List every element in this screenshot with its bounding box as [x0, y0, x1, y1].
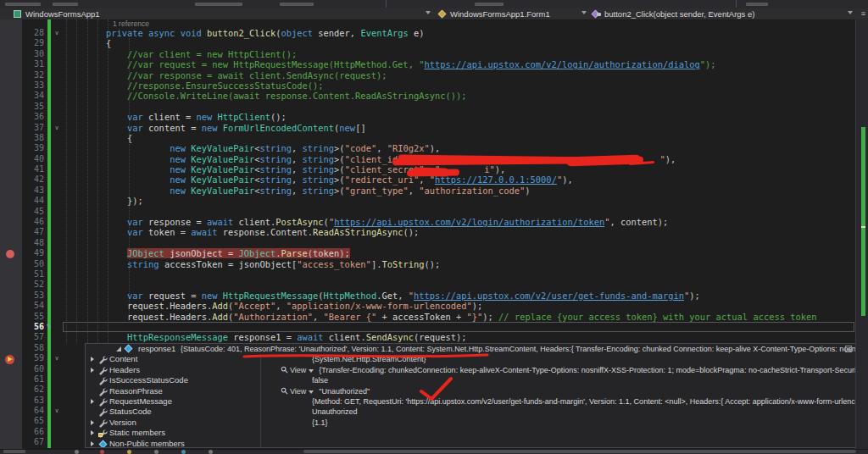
breadcrumb-member-dropdown[interactable]: button2_Click(object sender, EventArgs e… [604, 9, 754, 19]
view-button[interactable]: View [281, 365, 314, 375]
expand-icon[interactable] [91, 420, 94, 425]
datatip-row[interactable]: HeadersView{Transfer-Encoding: chunkedCo… [86, 365, 855, 375]
datatip-row[interactable]: Content{System.Net.Http.StreamContent} [86, 354, 855, 364]
fold-collapse-icon[interactable]: ∨ [53, 123, 61, 133]
code-line[interactable]: 30 //var client = new HttpClient(); [0, 49, 868, 59]
fold-collapse-icon[interactable]: ∨ [53, 353, 61, 363]
line-number[interactable]: 37 [22, 123, 44, 133]
chevron-down-icon[interactable] [848, 11, 853, 14]
code-line[interactable]: 49 JObject jsonObject = JObject.Parse(to… [0, 248, 868, 258]
line-number[interactable]: 39 [22, 143, 44, 153]
code-line[interactable]: 46 var response = await client.PostAsync… [0, 217, 868, 227]
line-number[interactable]: 46 [22, 217, 44, 227]
line-number[interactable]: 35 [22, 102, 44, 112]
line-number[interactable]: 61 [22, 374, 44, 385]
breakpoint-icon[interactable] [6, 250, 14, 258]
line-number[interactable]: 31 [22, 59, 44, 69]
expand-icon[interactable] [91, 430, 94, 435]
line-number[interactable]: 62 [22, 385, 44, 395]
code-line[interactable]: 51 [0, 269, 868, 280]
line-number[interactable]: 56 [22, 322, 44, 332]
datatip-row[interactable]: StatusCodeUnauthorized [86, 407, 855, 417]
line-number[interactable]: 42 [22, 174, 44, 185]
line-number[interactable]: 60 [22, 364, 44, 374]
line-number[interactable]: 30 [22, 49, 44, 59]
line-number[interactable]: 28 [22, 28, 44, 38]
line-number[interactable]: 45 [22, 207, 44, 217]
fold-collapse-icon[interactable]: ∨ [53, 28, 61, 38]
code-line[interactable]: 57 HttpResponseMessage response1 = await… [0, 332, 868, 342]
datatip-root-row[interactable]: response1 {StatusCode: 401, ReasonPhrase… [86, 344, 855, 354]
line-number[interactable]: 55 [22, 312, 44, 322]
toolbar-icon[interactable] [181, 450, 186, 454]
line-number[interactable]: 57 [22, 332, 44, 342]
line-number[interactable]: 43 [22, 185, 44, 196]
line-number[interactable]: 44 [22, 196, 44, 206]
line-number[interactable]: 54 [22, 301, 44, 311]
datatip-row[interactable]: IsSuccessStatusCodefalse [86, 375, 855, 385]
datatip-row[interactable]: ReasonPhraseView"Unauthorized" [86, 386, 855, 396]
line-number[interactable]: 29 [22, 38, 44, 48]
breadcrumb-type-dropdown[interactable]: WindowsFormsApp1.Form1 [450, 9, 550, 19]
line-number[interactable]: 66 [22, 427, 44, 437]
collapse-icon[interactable] [116, 346, 121, 352]
code-line[interactable]: 44 }); [0, 196, 868, 206]
toolbar-icon[interactable] [75, 450, 79, 454]
code-line[interactable]: 32 //var response = await client.SendAsy… [0, 70, 868, 80]
code-line[interactable]: 55 request.Headers.Add("Authorization", … [0, 312, 868, 322]
code-line[interactable]: 47 var token = await response.Content.Re… [0, 227, 868, 237]
line-number[interactable]: 48 [22, 238, 44, 248]
line-number[interactable]: 33 [22, 80, 44, 91]
line-number[interactable]: 32 [22, 70, 44, 80]
line-number[interactable]: 65 [22, 416, 44, 426]
datatip-row[interactable]: Version{1.1} [86, 418, 855, 428]
line-number[interactable]: 51 [22, 269, 44, 280]
line-number[interactable]: 47 [22, 227, 44, 237]
line-number[interactable]: 41 [22, 164, 44, 174]
line-number[interactable]: 67 [22, 437, 44, 447]
code-line[interactable]: 52 [0, 280, 868, 290]
line-number[interactable]: 63 [22, 396, 44, 406]
line-number[interactable]: 49 [22, 248, 44, 258]
code-line[interactable]: 48 [0, 238, 868, 248]
expand-icon[interactable] [91, 399, 94, 404]
code-line[interactable]: 29 { [0, 38, 868, 48]
code-line[interactable]: 43 new KeyValuePair<string, string>("gra… [0, 185, 868, 196]
code-line[interactable]: 28∨ private async void button2_Click(obj… [0, 28, 868, 38]
line-number[interactable]: 36 [22, 112, 44, 122]
datatip-row[interactable]: Static members [86, 428, 855, 438]
menu-icon[interactable]: ≡ [861, 9, 865, 18]
zoom-control[interactable] [3, 450, 25, 453]
line-number[interactable]: 38 [22, 133, 44, 143]
line-number[interactable]: 64 [22, 406, 44, 416]
view-button[interactable]: View [281, 386, 314, 396]
toolbar-icon[interactable] [154, 450, 159, 454]
pin-icon[interactable] [845, 346, 852, 352]
breadcrumb-project-dropdown[interactable]: WindowsFormsApp1 [25, 9, 100, 19]
code-line[interactable]: 53 var request = new HttpRequestMessage(… [0, 291, 868, 301]
line-number[interactable]: 50 [22, 259, 44, 269]
code-line[interactable]: 39 new KeyValuePair<string, string>("cod… [0, 143, 868, 153]
chevron-down-icon[interactable] [426, 11, 431, 14]
line-number[interactable]: 34 [22, 91, 44, 101]
datatip-row[interactable]: Non-Public members [86, 439, 855, 448]
code-line[interactable]: 33 //response.EnsureSuccessStatusCode(); [0, 80, 868, 91]
code-line[interactable]: 50 string accessToken = jsonObject["acce… [0, 259, 868, 269]
expand-icon[interactable] [91, 441, 94, 446]
line-number[interactable]: 58 [22, 343, 44, 353]
toolbar-icon[interactable] [127, 450, 131, 454]
code-line[interactable]: 42 new KeyValuePair<string, string>("red… [0, 174, 868, 185]
fold-collapse-icon[interactable]: ∨ [53, 406, 61, 416]
code-line[interactable]: 34 //Console.WriteLine(await response.Co… [0, 91, 868, 101]
toolbar-icon[interactable] [100, 450, 104, 454]
code-line[interactable]: 31 //var request = new HttpRequestMessag… [0, 59, 868, 69]
line-number[interactable]: 52 [22, 280, 44, 290]
line-number[interactable]: 53 [22, 291, 44, 301]
codelens-references[interactable]: 1 reference [113, 19, 149, 28]
expand-icon[interactable] [91, 357, 94, 362]
code-line[interactable]: 45 [0, 207, 868, 217]
expand-icon[interactable] [91, 368, 94, 373]
code-line[interactable]: 38 { [0, 133, 868, 143]
datatip-row[interactable]: RequestMessage{Method: GET, RequestUri: … [86, 396, 855, 407]
line-number[interactable]: 40 [22, 154, 44, 164]
